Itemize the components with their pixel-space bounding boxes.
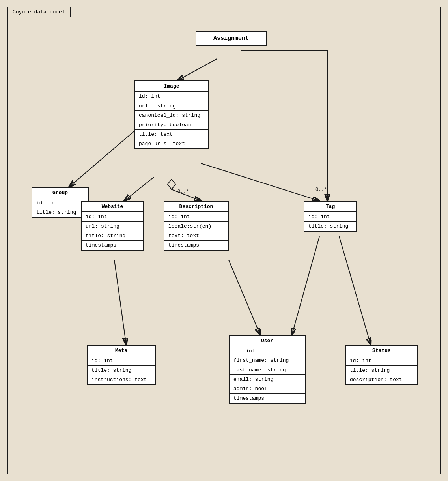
image-field-1: url : string [135, 101, 208, 111]
svg-line-9 [292, 236, 319, 335]
meta-field-0: id: int [88, 356, 155, 366]
image-field-0: id: int [135, 92, 208, 101]
description-title: Description [164, 202, 228, 212]
diagram-container: Coyote data model [7, 7, 441, 474]
user-field-0: id: int [230, 346, 305, 356]
svg-line-3 [69, 128, 138, 187]
group-title: Group [32, 188, 88, 198]
website-title: Website [82, 202, 143, 212]
tag-field-0: id: int [304, 212, 356, 222]
svg-line-4 [124, 177, 154, 201]
assignment-title: Assignment [213, 35, 249, 42]
svg-line-10 [339, 236, 371, 345]
image-box: Image id: int url : string canonical_id:… [134, 80, 209, 149]
meta-field-2: instructions: text [88, 375, 155, 384]
svg-line-6 [201, 163, 319, 201]
user-field-1: first_name: string [230, 356, 305, 365]
tab-label: Coyote data model [7, 7, 71, 17]
svg-line-8 [229, 260, 260, 335]
website-field-3: timestamps [82, 241, 143, 250]
group-field-1: title: string [32, 208, 88, 217]
description-field-3: timestamps [164, 241, 228, 250]
description-field-2: text: text [164, 231, 228, 241]
group-field-0: id: int [32, 198, 88, 208]
description-box: Description id: int locale:str(en) text:… [164, 201, 229, 251]
image-field-2: canonical_id: string [135, 111, 208, 120]
website-field-0: id: int [82, 212, 143, 222]
image-title: Image [135, 81, 208, 92]
website-field-2: title: string [82, 231, 143, 241]
user-field-3: email: string [230, 375, 305, 384]
image-field-5: page_urls: text [135, 139, 208, 148]
user-field-5: timestamps [230, 394, 305, 403]
image-field-3: priority: boolean [135, 120, 208, 130]
status-field-2: description: text [346, 375, 417, 384]
multiplicity-description: 0..* [177, 189, 189, 195]
description-field-0: id: int [164, 212, 228, 222]
status-field-0: id: int [346, 356, 417, 366]
status-title: Status [346, 346, 417, 356]
status-field-1: title: string [346, 366, 417, 375]
meta-field-1: title: string [88, 366, 155, 375]
image-field-4: title: text [135, 130, 208, 139]
svg-line-7 [114, 260, 126, 345]
tag-title: Tag [304, 202, 356, 212]
user-field-4: admin: bool [230, 384, 305, 394]
meta-title: Meta [88, 346, 155, 356]
svg-line-0 [177, 59, 217, 80]
group-box: Group id: int title: string [32, 187, 89, 218]
description-field-1: locale:str(en) [164, 222, 228, 231]
meta-box: Meta id: int title: string instructions:… [87, 345, 156, 385]
website-box: Website id: int url: string title: strin… [81, 201, 144, 251]
tag-box: Tag id: int title: string [304, 201, 357, 232]
user-box: User id: int first_name: string last_nam… [229, 335, 306, 404]
status-box: Status id: int title: string description… [345, 345, 418, 385]
assignment-box: Assignment [196, 31, 267, 46]
multiplicity-tag: 0..* [315, 187, 327, 193]
user-field-2: last_name: string [230, 365, 305, 375]
tag-field-1: title: string [304, 222, 356, 231]
user-title: User [230, 336, 305, 346]
website-field-1: url: string [82, 222, 143, 231]
